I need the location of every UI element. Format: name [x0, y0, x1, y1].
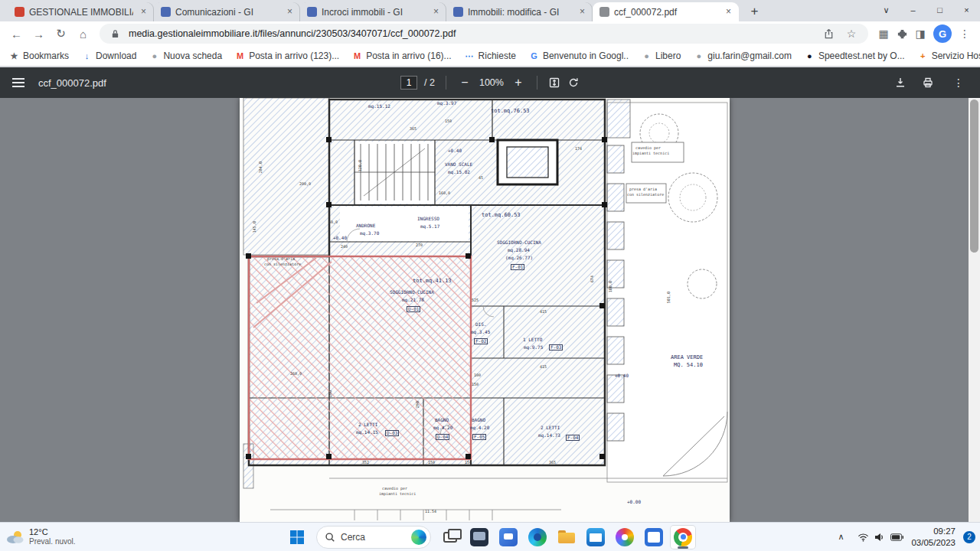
tab-favicon [161, 7, 171, 17]
taskbar-apps [437, 525, 696, 549]
taskbar-photos[interactable] [612, 525, 638, 549]
tray-status-icons[interactable] [858, 533, 903, 542]
globe-icon: ● [149, 51, 159, 60]
taskbar-search[interactable]: Cerca [316, 526, 431, 549]
home-button[interactable]: ⌂ [73, 24, 93, 44]
speedtest-icon: ● [805, 51, 815, 60]
bing-icon[interactable] [411, 530, 426, 545]
bookmark-item[interactable]: ⋯Richieste [465, 51, 516, 61]
browser-tab[interactable]: Incroci immobili - GI× [300, 2, 446, 21]
tab-close-icon[interactable]: × [138, 6, 149, 18]
bookmark-item[interactable]: GBenvenuto in Googl.. [529, 51, 629, 61]
bookmark-star-icon[interactable]: ☆ [842, 28, 861, 40]
gmail-icon: M [235, 51, 245, 60]
chat-icon [499, 528, 518, 546]
tab-label: GESTIONALE IMMOBILIARE - Mi... [29, 7, 133, 18]
bookmark-item[interactable]: MPosta in arrivo (123)... [235, 51, 339, 61]
print-icon[interactable] [922, 77, 934, 89]
browser-menu-kebab-icon[interactable]: ⋮ [956, 28, 974, 40]
floor-plan-drawing [240, 98, 730, 522]
zoom-out-button[interactable]: − [457, 74, 472, 91]
windows-taskbar: 12°C Preval. nuvol. Cerca ∧ [0, 522, 980, 551]
lock-icon[interactable] [107, 29, 122, 39]
forward-button[interactable]: → [28, 24, 49, 44]
address-bar[interactable]: media.gestionaleimmobiliare.it/files/ann… [100, 24, 868, 44]
download-icon[interactable] [894, 77, 906, 89]
taskbar-pictures[interactable] [641, 525, 667, 549]
bookmark-label: Download [96, 51, 136, 61]
start-button[interactable] [284, 525, 310, 549]
reload-button[interactable]: ↻ [51, 24, 71, 44]
clock-date: 03/05/2023 [911, 537, 956, 548]
search-placeholder: Cerca [341, 532, 365, 543]
tray-chevron-icon[interactable]: ∧ [831, 532, 850, 542]
pdf-menu-icon[interactable] [12, 78, 24, 87]
taskbar-monitor-app[interactable] [466, 525, 492, 549]
bookmark-label: Richieste [479, 51, 516, 61]
vertical-scrollbar[interactable] [969, 98, 980, 522]
bookmark-item[interactable]: ↓Download [82, 51, 136, 61]
taskbar-task-view[interactable] [437, 525, 463, 549]
browser-tab[interactable]: Immobili: modifica - GI× [446, 2, 593, 21]
tab-favicon [307, 7, 317, 17]
bookmark-item[interactable]: ●giu.farin@gmail.com [694, 51, 792, 61]
share-icon[interactable] [821, 28, 836, 40]
globe-icon: ● [694, 51, 704, 60]
back-button[interactable]: ← [6, 24, 27, 44]
file-explorer-icon [557, 528, 576, 546]
scrollbar-thumb[interactable] [970, 99, 978, 253]
bookmark-item[interactable]: ●Libero [642, 51, 681, 61]
tab-close-icon[interactable]: × [577, 6, 588, 18]
bookmark-item[interactable]: ●Speedtest.net by O... [805, 51, 905, 61]
side-panel-icon[interactable]: ◨ [911, 28, 929, 40]
bookmark-label: Libero [655, 51, 681, 61]
pdf-page: mq.15.12mq.3.97tot.mq.76.53365150174+0.4… [240, 98, 730, 522]
mail-icon [586, 528, 605, 546]
bookmark-label: Bookmarks [23, 51, 69, 61]
pdf-more-kebab-icon[interactable]: ⋮ [949, 77, 968, 89]
tab-close-icon[interactable]: × [284, 6, 296, 18]
weather-widget[interactable]: 12°C Preval. nuvol. [6, 527, 76, 546]
url-text[interactable]: media.gestionaleimmobiliare.it/files/ann… [129, 28, 815, 39]
zoom-level: 100% [479, 77, 504, 88]
minimize-button[interactable]: – [900, 0, 926, 20]
profile-avatar[interactable]: G [933, 24, 952, 43]
bookmark-item[interactable]: ★Bookmarks [9, 51, 69, 61]
page-number-input[interactable]: 1 [400, 76, 417, 90]
zoom-in-button[interactable]: + [511, 74, 526, 91]
rotate-icon[interactable] [567, 77, 580, 89]
clock[interactable]: 09:27 03/05/2023 [911, 526, 956, 548]
new-tab-button[interactable]: + [745, 2, 764, 21]
wifi-icon [858, 533, 869, 542]
tab-close-icon[interactable]: × [430, 6, 442, 18]
taskbar-edge[interactable] [524, 525, 550, 549]
tab-strip: GESTIONALE IMMOBILIARE - Mi...×Comunicaz… [0, 0, 980, 21]
bookmark-label: Speedtest.net by O... [818, 51, 905, 61]
apps-grid-icon[interactable]: ▦ [874, 28, 893, 40]
browser-tab[interactable]: Comunicazioni - GI× [154, 2, 300, 21]
maximize-button[interactable]: □ [926, 0, 953, 20]
tab-label: Immobili: modifica - GI [468, 7, 572, 18]
taskbar-chat[interactable] [495, 525, 521, 549]
fit-to-page-icon[interactable] [548, 77, 560, 89]
chrome-icon [674, 528, 692, 546]
bookmark-label: Benvenuto in Googl.. [543, 51, 629, 61]
system-tray: ∧ 09:27 03/05/2023 2 [831, 526, 975, 548]
bookmark-item[interactable]: ●Nuova scheda [149, 51, 222, 61]
tab-close-icon[interactable]: × [723, 6, 734, 18]
tab-favicon [453, 7, 463, 17]
bookmark-label: Servizio Hosting - A... [932, 51, 980, 61]
tabs-container: GESTIONALE IMMOBILIARE - Mi...×Comunicaz… [8, 0, 739, 21]
close-button[interactable]: × [953, 0, 980, 20]
taskbar-file-explorer[interactable] [554, 525, 580, 549]
extension-icon[interactable] [894, 28, 910, 40]
notification-badge[interactable]: 2 [963, 531, 975, 543]
taskbar-mail[interactable] [583, 525, 609, 549]
gmail-icon: M [352, 51, 362, 60]
bookmark-item[interactable]: +Servizio Hosting - A... [918, 51, 980, 61]
browser-tab[interactable]: GESTIONALE IMMOBILIARE - Mi...× [8, 2, 154, 21]
browser-tab[interactable]: ccf_000072.pdf× [593, 2, 739, 21]
taskbar-chrome[interactable] [670, 525, 696, 549]
bookmark-item[interactable]: MPosta in arrivo (16)... [352, 51, 451, 61]
window-menu-chevron-icon[interactable]: ∨ [873, 0, 900, 20]
